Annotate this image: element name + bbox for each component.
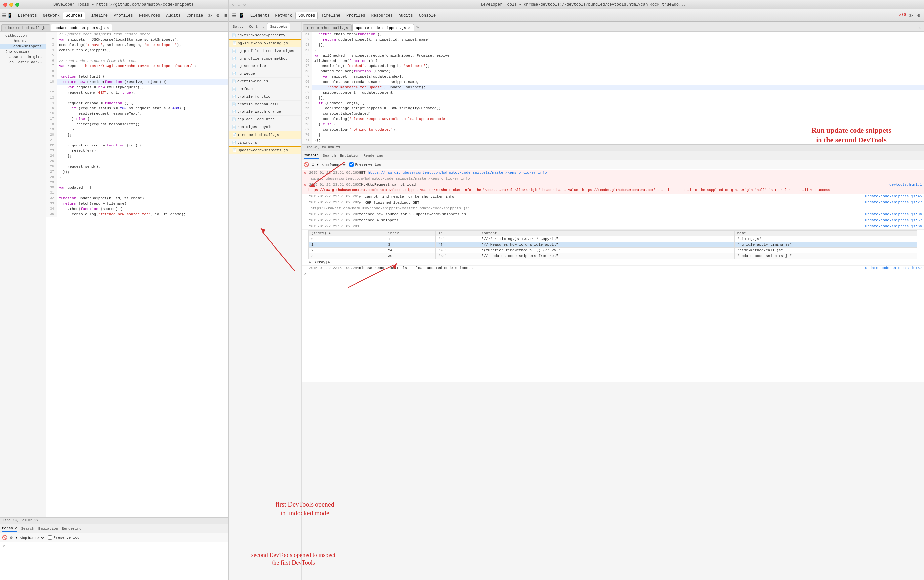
left-preserve-log-checkbox[interactable] (48, 536, 52, 540)
right-tab-sources[interactable]: Sources (295, 12, 318, 19)
log-normal-5: · 2015-01-22 23:51:09.284 please reopen … (301, 265, 924, 272)
left-frame-select[interactable]: <top frame> (18, 536, 45, 540)
right-tab-time-method[interactable]: time-method-call.js (303, 25, 352, 31)
left-filter-icon[interactable]: ⚙ (10, 535, 13, 540)
tree-code-snippets[interactable]: code-snippets (0, 44, 46, 49)
snippet-ng-scope-size[interactable]: 📄ng-scope-size (229, 63, 301, 70)
right-console-tab-console[interactable]: Console (304, 153, 319, 159)
tab-network-left[interactable]: Network (40, 12, 62, 19)
log-msg-5: fetched new source for 33 update-code-sn… (359, 212, 863, 216)
right-tab-resources[interactable]: Resources (369, 12, 395, 19)
right-code-line-51: 51 return chain.then(function () { (301, 32, 924, 37)
right-tab-audits[interactable]: Audits (396, 12, 415, 19)
snippet-replace-load[interactable]: 📄replace load http (229, 116, 301, 124)
right-preserve-log-container[interactable]: Preserve log (349, 162, 381, 166)
snippet-ng-wedge[interactable]: 📄ng-wedge (229, 70, 301, 78)
snippet-ng-idle[interactable]: 📄ng-idle-apply-timing.js (229, 40, 301, 47)
right-settings-icon[interactable]: ⚙ (916, 12, 922, 19)
snippet-ng-profile-directive[interactable]: 📄ng-profile-directive-digest (229, 47, 301, 55)
right-preserve-log-checkbox[interactable] (349, 162, 354, 166)
snippet-profile-method[interactable]: 📄profile-method-call (229, 101, 301, 108)
snippet-profile-watch[interactable]: 📄profile-watch-change (229, 108, 301, 116)
code-line-10: 10 return new Promise(function (resolve,… (46, 79, 228, 85)
snippet-ng-profile-scope[interactable]: 📄ng-profile-scope-method (229, 55, 301, 63)
tab-console-left[interactable]: Console (184, 12, 206, 19)
right-tab-elements[interactable]: Elements (248, 12, 272, 19)
tree-assets-cdn[interactable]: assets-cdn.github (0, 54, 46, 59)
right-tab-update-snippets[interactable]: update-code-snippets.js ✕ (352, 24, 414, 31)
right-tab-expand-icon[interactable]: ⊡ (917, 23, 923, 31)
right-console-tab-search[interactable]: Search (323, 153, 336, 158)
snippet-run-digest[interactable]: 📄run-digest-cycle (229, 124, 301, 131)
snippet-update-code[interactable]: 📄update-code-snippets.js (229, 147, 301, 155)
device-icon[interactable]: ☰ (2, 12, 6, 19)
tab-profiles-left[interactable]: Profiles (111, 12, 136, 19)
log-src-4[interactable]: update-code-snippets.js:27 (865, 200, 922, 204)
left-console-tab-console[interactable]: Console (2, 526, 17, 532)
right-device-icon[interactable]: ☰ (231, 12, 237, 19)
snippet-ng-find-scope[interactable]: 📄ng-find-scope-property (229, 32, 301, 40)
right-tab-more-icon[interactable]: » (415, 23, 420, 31)
tree-bahmutov[interactable]: bahmutov (0, 38, 46, 44)
snippets-tab-sources[interactable]: So... (230, 23, 246, 30)
right-error-count: ✕80 (899, 12, 906, 19)
snippet-profile-function[interactable]: 📄profile-function (229, 93, 301, 101)
snippets-tab-content[interactable]: Cont... (246, 23, 267, 30)
left-console-tab-search[interactable]: Search (21, 526, 35, 531)
minimize-button[interactable] (9, 3, 13, 7)
right-console-tab-emulation[interactable]: Emulation (340, 153, 359, 158)
log-link-1[interactable]: https://raw.githubusercontent.com/bahmut… (368, 171, 547, 175)
right-code-line-65: 65 localStorage.scriptSnippets = JSON.st… (301, 106, 924, 111)
tab-sources-left[interactable]: Sources (63, 12, 85, 19)
tree-no-domain[interactable]: (no domain) (0, 49, 46, 54)
right-console-tab-rendering[interactable]: Rendering (364, 153, 383, 158)
snippet-time-method[interactable]: 📄time-method-call.js (229, 131, 301, 139)
right-code-editor[interactable]: 51 return chain.then(function () { 52 re… (301, 32, 924, 144)
left-console-input-line[interactable]: > (0, 543, 228, 549)
right-console-input-line[interactable]: > (301, 272, 924, 277)
more-icon[interactable]: ≫ (206, 12, 213, 19)
snippet-overflowing[interactable]: 📄overflowing.js (229, 78, 301, 85)
right-tab-timeline[interactable]: Timeline (318, 12, 343, 19)
close-button[interactable] (3, 3, 7, 7)
log-src-8[interactable]: update-code-snippets.js:67 (865, 266, 922, 270)
log-src-6[interactable]: update-code-snippets.js:57 (865, 218, 922, 222)
left-console-tab-emulation[interactable]: Emulation (38, 526, 58, 531)
tree-collector-cdn[interactable]: collector-cdn.gith (0, 59, 46, 65)
right-frame-select[interactable]: <top frame> (320, 162, 347, 167)
left-console-tab-rendering[interactable]: Rendering (62, 526, 81, 531)
right-filter-icon[interactable]: ⚙ (311, 162, 314, 167)
tab-resources-left[interactable]: Resources (136, 12, 163, 19)
snippets-tab-snippets[interactable]: Snippets (267, 23, 290, 30)
settings-icon[interactable]: ⚙ (214, 12, 221, 19)
right-clear-console-icon[interactable]: 🚫 (304, 162, 309, 167)
left-clear-console-icon[interactable]: 🚫 (2, 535, 7, 540)
right-code-line-62: 62 snippet.content = update.content; (301, 90, 924, 95)
tree-github[interactable]: github.com (0, 33, 46, 38)
maximize-button[interactable] (15, 3, 19, 7)
snippet-perfmap[interactable]: 📄perfmap (229, 85, 301, 93)
mobile-icon[interactable]: 📱 (7, 12, 13, 19)
right-mobile-icon[interactable]: 📱 (238, 12, 245, 19)
right-tab-profiles[interactable]: Profiles (344, 12, 368, 19)
log-src-2[interactable]: devtools.html:1 (889, 183, 922, 186)
left-code-editor[interactable]: 1// updates code snippets from remote st… (46, 32, 228, 517)
table-row-2: 2 24 "26" "(function timeMethodCall() {/… (308, 248, 917, 253)
left-frame-selector[interactable]: ▼ <top frame> (15, 536, 45, 540)
right-frame-selector[interactable]: ▼ <top frame> (317, 162, 347, 167)
left-preserve-log-container[interactable]: Preserve log (48, 536, 79, 540)
left-tab-time-method[interactable]: time-method-call.js (1, 25, 50, 31)
right-tab-network[interactable]: Network (273, 12, 295, 19)
tab-elements-left[interactable]: Elements (15, 12, 40, 19)
tab-timeline-left[interactable]: Timeline (86, 12, 110, 19)
snippet-timing[interactable]: 📄timing.js (229, 139, 301, 147)
code-line-7: 7var repo = 'https://rawgit.com/bahmutov… (46, 64, 228, 69)
left-tab-update-snippets[interactable]: update-code-snippets.js ✕ (51, 24, 112, 31)
cell-0-id: "2" (435, 236, 479, 242)
tab-audits-left[interactable]: Audits (163, 12, 183, 19)
log-src-5[interactable]: update-code-snippets.js:36 (865, 212, 922, 216)
log-src-7[interactable]: update-code-snippets.js:66 (865, 224, 922, 228)
right-more-icon[interactable]: ≫ (908, 12, 914, 19)
right-tab-console[interactable]: Console (417, 12, 438, 19)
log-src-3[interactable]: update-code-snippets.js:45 (865, 194, 922, 198)
